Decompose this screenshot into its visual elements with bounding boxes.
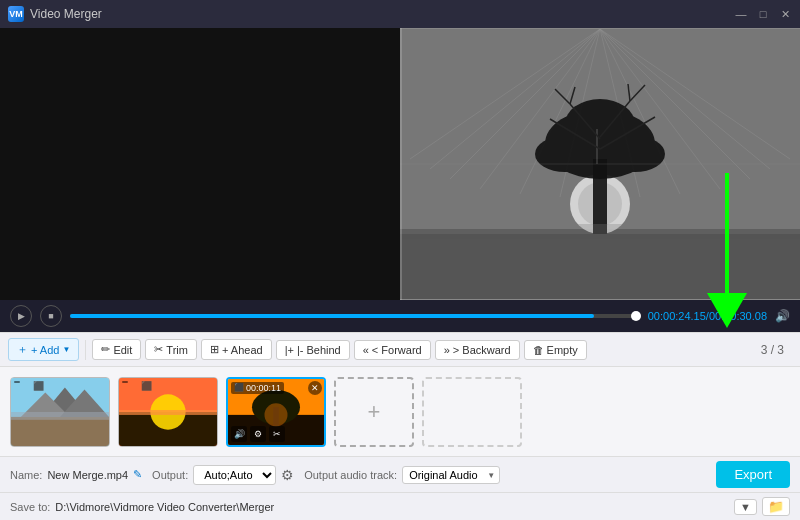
play-button[interactable]: ▶ <box>10 305 32 327</box>
clip-cut-button[interactable]: ✂ <box>269 426 285 442</box>
toolbar: ＋ + Add ▼ ✏ Edit ✂ Trim ⊞ + Ahead |+ |- … <box>0 332 800 366</box>
clip-settings-button[interactable]: ⚙ <box>250 426 266 442</box>
empty-button[interactable]: 🗑 Empty <box>524 340 587 360</box>
audio-track-select[interactable]: Original Audio <box>402 466 500 484</box>
output-field: Output: Auto;Auto ⚙ <box>152 465 294 485</box>
backward-icon: » <box>444 344 450 356</box>
clip-item[interactable]: ⬛ <box>118 377 218 447</box>
name-label: Name: <box>10 469 42 481</box>
ahead-label: + Ahead <box>222 344 263 356</box>
add-button[interactable]: ＋ + Add ▼ <box>8 338 79 361</box>
time-display: 00:00:24.15/00:00:30.08 <box>648 310 767 322</box>
save-path: D:\Vidmore\Vidmore Video Converter\Merge… <box>55 501 729 513</box>
progress-bar[interactable] <box>70 314 640 318</box>
empty-slot <box>422 377 522 447</box>
main-area: ▶ ■ 00:00:24.15/00:00:30.08 🔊 ＋ + Add ▼ … <box>0 28 800 520</box>
save-path-dropdown-button[interactable]: ▼ <box>734 499 757 515</box>
export-button[interactable]: Export <box>716 461 790 488</box>
trim-button[interactable]: ✂ Trim <box>145 339 197 360</box>
svg-rect-45 <box>119 410 217 415</box>
edit-label: Edit <box>113 344 132 356</box>
clip-item-selected[interactable]: ⬛ 00:00:11 ✕ 🔊 ⚙ ✂ <box>226 377 326 447</box>
clip-actions: 🔊 ⚙ ✂ <box>231 426 285 442</box>
video-right <box>400 28 800 300</box>
progress-fill <box>70 314 594 318</box>
clip-item[interactable]: ⬛ <box>10 377 110 447</box>
clip-thumbnail <box>11 378 109 446</box>
separator-1 <box>85 340 86 360</box>
app-icon: VM <box>8 6 24 22</box>
save-to-bar: Save to: D:\Vidmore\Vidmore Video Conver… <box>0 492 800 520</box>
minimize-button[interactable]: — <box>734 7 748 21</box>
clip-type-icon: ⬛ <box>33 381 44 391</box>
volume-icon[interactable]: 🔊 <box>775 309 790 323</box>
svg-rect-34 <box>400 224 800 239</box>
edit-name-icon[interactable]: ✎ <box>133 468 142 481</box>
audio-track-label: Output audio track: <box>304 469 397 481</box>
clip-volume-button[interactable]: 🔊 <box>231 426 247 442</box>
bottom-bar: Name: New Merge.mp4 ✎ Output: Auto;Auto … <box>0 456 800 492</box>
name-value: New Merge.mp4 <box>47 469 128 481</box>
forward-button[interactable]: « < Forward <box>354 340 431 360</box>
trim-label: Trim <box>166 344 188 356</box>
forward-label: < Forward <box>372 344 422 356</box>
behind-button[interactable]: |+ |- Behind <box>276 340 350 360</box>
audio-track-wrapper: Original Audio <box>402 466 500 484</box>
save-to-label: Save to: <box>10 501 50 513</box>
svg-rect-41 <box>11 412 109 420</box>
clip-thumbnail <box>119 378 217 446</box>
window-controls: — □ ✕ <box>734 7 792 21</box>
forward-icon: « <box>363 344 369 356</box>
add-label: + Add <box>31 344 59 356</box>
edit-icon: ✏ <box>101 343 110 356</box>
clip-type-icon: ⬛ <box>141 381 152 391</box>
add-dropdown-icon: ▼ <box>62 345 70 354</box>
add-icon: ＋ <box>17 342 28 357</box>
name-field: Name: New Merge.mp4 ✎ <box>10 468 142 481</box>
ahead-button[interactable]: ⊞ + Ahead <box>201 339 272 360</box>
title-bar: VM Video Merger — □ ✕ <box>0 0 800 28</box>
progress-thumb <box>631 311 641 321</box>
clip-duration <box>122 381 128 383</box>
stop-button[interactable]: ■ <box>40 305 62 327</box>
backward-label: > Backward <box>453 344 511 356</box>
maximize-button[interactable]: □ <box>756 7 770 21</box>
svg-point-50 <box>264 403 287 426</box>
backward-button[interactable]: » > Backward <box>435 340 520 360</box>
video-canvas <box>0 28 800 300</box>
app-title: Video Merger <box>30 7 734 21</box>
output-label: Output: <box>152 469 188 481</box>
svg-rect-37 <box>11 416 109 445</box>
playback-bar: ▶ ■ 00:00:24.15/00:00:30.08 🔊 <box>0 300 800 332</box>
timeline: ⬛ ⬛ <box>0 366 800 456</box>
behind-label: |- Behind <box>297 344 341 356</box>
clip-duration <box>14 381 20 383</box>
svg-rect-13 <box>400 229 800 299</box>
video-left <box>0 28 400 300</box>
open-folder-button[interactable]: 📁 <box>762 497 790 516</box>
add-clip-button[interactable]: + <box>334 377 414 447</box>
trash-icon: 🗑 <box>533 344 544 356</box>
audio-track-field: Output audio track: Original Audio <box>304 466 500 484</box>
clip-counter: 3 / 3 <box>761 343 784 357</box>
close-button[interactable]: ✕ <box>778 7 792 21</box>
clip-duration: ⬛ 00:00:11 <box>231 382 284 394</box>
output-select[interactable]: Auto;Auto <box>193 465 276 485</box>
clip-close-button[interactable]: ✕ <box>308 381 322 395</box>
edit-button[interactable]: ✏ Edit <box>92 339 141 360</box>
behind-icon: |+ <box>285 344 294 356</box>
video-preview <box>0 28 800 300</box>
ahead-icon: ⊞ <box>210 343 219 356</box>
empty-label: Empty <box>547 344 578 356</box>
output-settings-icon[interactable]: ⚙ <box>281 467 294 483</box>
scissors-icon: ✂ <box>154 343 163 356</box>
